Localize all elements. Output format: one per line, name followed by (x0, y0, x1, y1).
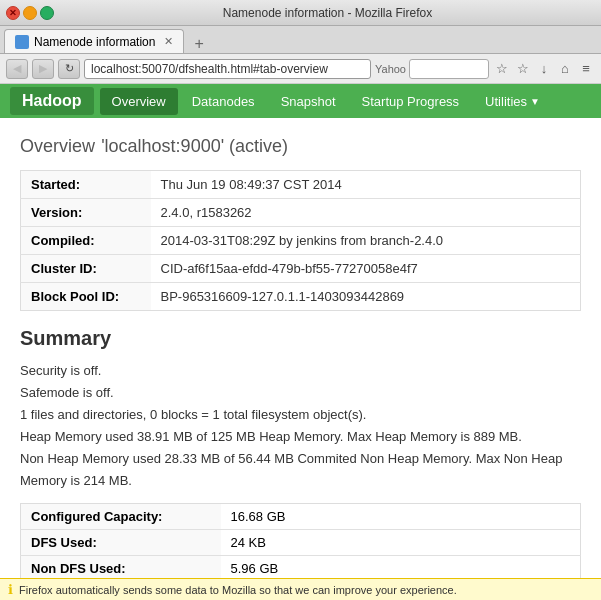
capacity-value: 24 KB (221, 529, 581, 555)
hadoop-nav: Hadoop Overview Datanodes Snapshot Start… (0, 84, 601, 118)
nav-snapshot[interactable]: Snapshot (269, 88, 348, 115)
download-icon[interactable]: ↓ (535, 60, 553, 78)
table-row: DFS Used: 24 KB (21, 529, 581, 555)
star-icon[interactable]: ☆ (493, 60, 511, 78)
info-label: Compiled: (21, 227, 151, 255)
info-label: Cluster ID: (21, 255, 151, 283)
maximize-button[interactable] (40, 6, 54, 20)
nav-startup-progress[interactable]: Startup Progress (350, 88, 472, 115)
hadoop-brand[interactable]: Hadoop (10, 87, 94, 115)
capacity-value: 16.68 GB (221, 503, 581, 529)
tab-bar: Namenode information ✕ + (0, 26, 601, 54)
table-row: Configured Capacity: 16.68 GB (21, 503, 581, 529)
capacity-value: 5.96 GB (221, 555, 581, 578)
search-engine-label: Yahoo (375, 63, 406, 75)
table-row: Cluster ID: CID-af6f15aa-efdd-479b-bf55-… (21, 255, 581, 283)
notification-icon: ℹ (8, 582, 13, 597)
nav-datanodes[interactable]: Datanodes (180, 88, 267, 115)
search-area: Yahoo (375, 59, 489, 79)
new-tab-button[interactable]: + (188, 35, 209, 53)
table-row: Version: 2.4.0, r1583262 (21, 199, 581, 227)
page-title: Overview 'localhost:9000' (active) (20, 132, 581, 158)
back-button[interactable]: ◀ (6, 59, 28, 79)
search-box[interactable] (409, 59, 489, 79)
notification-bar: ℹ Firefox automatically sends some data … (0, 578, 601, 600)
table-row: Compiled: 2014-03-31T08:29Z by jenkins f… (21, 227, 581, 255)
table-row: Started: Thu Jun 19 08:49:37 CST 2014 (21, 171, 581, 199)
info-value: BP-965316609-127.0.1.1-1403093442869 (151, 283, 581, 311)
info-value: 2.4.0, r1583262 (151, 199, 581, 227)
address-bar: ◀ ▶ ↻ localhost:50070/dfshealth.html#tab… (0, 54, 601, 84)
capacity-label: DFS Used: (21, 529, 221, 555)
toolbar-icons: ☆ ☆ ↓ ⌂ ≡ (493, 60, 595, 78)
home-icon[interactable]: ⌂ (556, 60, 574, 78)
forward-button[interactable]: ▶ (32, 59, 54, 79)
info-value: CID-af6f15aa-efdd-479b-bf55-77270058e4f7 (151, 255, 581, 283)
page-subtitle: 'localhost:9000' (active) (101, 136, 288, 156)
summary-line: Non Heap Memory used 28.33 MB of 56.44 M… (20, 448, 581, 492)
summary-text: Security is off. Safemode is off. 1 file… (20, 360, 581, 493)
menu-icon[interactable]: ≡ (577, 60, 595, 78)
summary-line: Heap Memory used 38.91 MB of 125 MB Heap… (20, 426, 581, 448)
reload-button[interactable]: ↻ (58, 59, 80, 79)
window-controls: ✕ (6, 6, 54, 20)
browser-tab[interactable]: Namenode information ✕ (4, 29, 184, 53)
window-title: Namenode information - Mozilla Firefox (60, 6, 595, 20)
tab-label: Namenode information (34, 35, 155, 49)
url-text: localhost:50070/dfshealth.html#tab-overv… (91, 62, 328, 76)
tab-favicon (15, 35, 29, 49)
info-table: Started: Thu Jun 19 08:49:37 CST 2014 Ve… (20, 170, 581, 311)
table-row: Non DFS Used: 5.96 GB (21, 555, 581, 578)
bookmark-icon[interactable]: ☆ (514, 60, 532, 78)
summary-line: Security is off. (20, 360, 581, 382)
summary-title: Summary (20, 327, 581, 350)
close-button[interactable]: ✕ (6, 6, 20, 20)
nav-overview[interactable]: Overview (100, 88, 178, 115)
notification-text: Firefox automatically sends some data to… (19, 584, 457, 596)
info-value: 2014-03-31T08:29Z by jenkins from branch… (151, 227, 581, 255)
capacity-label: Non DFS Used: (21, 555, 221, 578)
table-row: Block Pool ID: BP-965316609-127.0.1.1-14… (21, 283, 581, 311)
title-bar: ✕ Namenode information - Mozilla Firefox (0, 0, 601, 26)
capacity-table: Configured Capacity: 16.68 GB DFS Used: … (20, 503, 581, 578)
info-label: Block Pool ID: (21, 283, 151, 311)
summary-line: 1 files and directories, 0 blocks = 1 to… (20, 404, 581, 426)
nav-utilities[interactable]: Utilities ▼ (473, 88, 552, 115)
main-content: Overview 'localhost:9000' (active) Start… (0, 118, 601, 578)
info-value: Thu Jun 19 08:49:37 CST 2014 (151, 171, 581, 199)
summary-line: Safemode is off. (20, 382, 581, 404)
info-label: Version: (21, 199, 151, 227)
dropdown-arrow-icon: ▼ (530, 96, 540, 107)
minimize-button[interactable] (23, 6, 37, 20)
tab-close-button[interactable]: ✕ (164, 35, 173, 48)
capacity-label: Configured Capacity: (21, 503, 221, 529)
url-field[interactable]: localhost:50070/dfshealth.html#tab-overv… (84, 59, 371, 79)
info-label: Started: (21, 171, 151, 199)
